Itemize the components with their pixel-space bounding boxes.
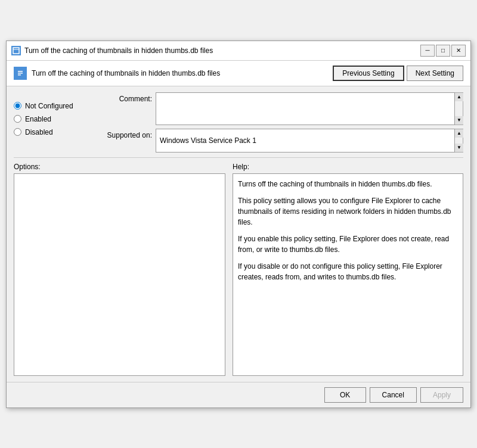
- supported-scroll-up[interactable]: ▲: [455, 129, 463, 138]
- nav-buttons: Previous Setting Next Setting: [333, 66, 463, 81]
- header-bar: Turn off the caching of thumbnails in hi…: [7, 61, 470, 86]
- supported-scroll-down[interactable]: ▼: [455, 144, 463, 152]
- help-box: Turns off the caching of thumbnails in h…: [233, 173, 463, 376]
- window-title: Turn off the caching of thumbnails in hi…: [24, 46, 417, 55]
- top-section: Not Configured Enabled Disabled Comment:: [14, 92, 463, 153]
- options-panel: Options:: [14, 163, 225, 376]
- disabled-radio[interactable]: [14, 128, 21, 136]
- next-setting-button[interactable]: Next Setting: [407, 66, 463, 81]
- cancel-button[interactable]: Cancel: [370, 387, 417, 403]
- options-header: Options:: [14, 163, 225, 171]
- comment-scroll-down[interactable]: ▼: [455, 116, 463, 125]
- help-text-2: This policy setting allows you to config…: [238, 195, 458, 228]
- help-header: Help:: [233, 163, 463, 171]
- help-text-4: If you disable or do not configure this …: [238, 261, 458, 282]
- comment-textarea[interactable]: [156, 92, 455, 125]
- content-area: Not Configured Enabled Disabled Comment:: [7, 86, 470, 382]
- svg-rect-3: [18, 71, 23, 72]
- policy-icon: [14, 67, 27, 80]
- radio-group: Not Configured Enabled Disabled: [14, 92, 91, 153]
- supported-on-row: Supported on: Windows Vista Service Pack…: [98, 129, 463, 153]
- help-text-1: Turns off the caching of thumbnails in h…: [238, 179, 458, 189]
- not-configured-option[interactable]: Not Configured: [14, 102, 91, 110]
- help-panel: Help: Turns off the caching of thumbnail…: [233, 163, 463, 376]
- ok-button[interactable]: OK: [324, 387, 366, 403]
- bottom-section: Options: Help: Turns off the caching of …: [14, 163, 463, 376]
- comment-row: Comment: ▲ ▼: [98, 92, 463, 125]
- supported-on-box: Windows Vista Service Pack 1: [156, 129, 455, 153]
- window-controls: ─ □ ✕: [420, 45, 466, 57]
- not-configured-radio[interactable]: [14, 102, 21, 110]
- comment-scroll-up[interactable]: ▲: [455, 93, 463, 101]
- maximize-button[interactable]: □: [436, 45, 450, 57]
- apply-button[interactable]: Apply: [420, 387, 463, 403]
- enabled-option[interactable]: Enabled: [14, 115, 91, 123]
- title-bar: Turn off the caching of thumbnails in hi…: [7, 41, 470, 61]
- minimize-button[interactable]: ─: [420, 45, 435, 57]
- window-icon: [11, 46, 21, 55]
- disabled-option[interactable]: Disabled: [14, 128, 91, 136]
- svg-rect-0: [13, 48, 19, 54]
- main-window: Turn off the caching of thumbnails in hi…: [6, 41, 471, 408]
- close-button[interactable]: ✕: [451, 45, 466, 57]
- svg-rect-4: [18, 73, 23, 74]
- footer-bar: OK Cancel Apply: [7, 382, 470, 407]
- supported-on-label: Supported on:: [98, 129, 152, 139]
- right-fields: Comment: ▲ ▼ Supported on: Windows Vista…: [98, 92, 463, 153]
- svg-rect-5: [18, 74, 21, 76]
- prev-setting-button[interactable]: Previous Setting: [333, 66, 404, 81]
- comment-label: Comment:: [98, 92, 152, 103]
- header-title: Turn off the caching of thumbnails in hi…: [32, 69, 328, 77]
- enabled-radio[interactable]: [14, 115, 21, 123]
- divider: [14, 157, 463, 158]
- help-text-3: If you enable this policy setting, File …: [238, 234, 458, 255]
- options-box: [14, 173, 225, 376]
